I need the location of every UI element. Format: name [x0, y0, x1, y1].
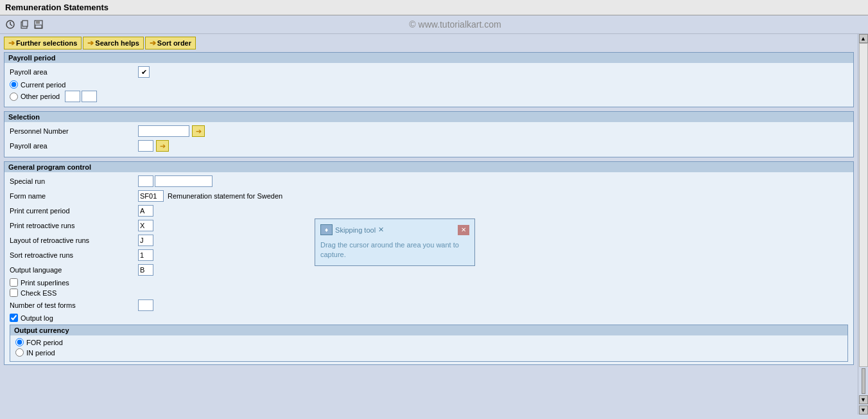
number-test-forms-row: Number of test forms: [10, 299, 848, 312]
personnel-number-label: Personnel Number: [10, 127, 138, 135]
selection-payroll-area-row: Payroll area ➔: [10, 139, 848, 152]
save-icon[interactable]: [32, 18, 45, 31]
tab-further-selections[interactable]: ➔ Further selections: [4, 37, 82, 49]
tab-sort-order-label: Sort order: [157, 39, 191, 47]
output-language-label: Output language: [10, 266, 138, 274]
personnel-number-row: Personnel Number ➔: [10, 125, 848, 138]
svg-rect-7: [35, 25, 42, 28]
form-name-description: Remuneration statement for Sweden: [168, 192, 282, 200]
sort-retroactive-runs-input[interactable]: [138, 249, 153, 261]
other-period-row: Other period: [10, 91, 848, 102]
other-period-input-2[interactable]: [82, 91, 97, 102]
tab-arrow-3: ➔: [150, 39, 156, 48]
popup-step-button[interactable]: ♦: [320, 224, 333, 235]
toolbar: © www.tutorialkart.com: [0, 15, 868, 34]
personnel-number-input[interactable]: [138, 125, 189, 137]
print-current-period-input[interactable]: [138, 205, 153, 217]
layout-retroactive-runs-input[interactable]: [138, 235, 153, 246]
check-ess-checkbox[interactable]: [10, 289, 18, 297]
scroll-up-arrow[interactable]: ▲: [859, 34, 868, 43]
sort-retroactive-runs-label: Sort retroactive runs: [10, 251, 138, 259]
selection-body: Personnel Number ➔ Payroll area ➔: [4, 122, 853, 157]
title-bar: Remuneration Statements: [0, 0, 868, 15]
special-run-row: Special run: [10, 175, 848, 188]
tab-arrow-2: ➔: [87, 39, 94, 48]
tab-bar: ➔ Further selections ➔ Search helps ➔ So…: [4, 37, 854, 49]
svg-line-2: [10, 24, 12, 26]
scroll-down-arrow[interactable]: ▼: [859, 395, 868, 404]
special-run-input-2[interactable]: [155, 175, 213, 187]
output-currency-header: Output currency: [10, 325, 847, 335]
output-currency-body: FOR period IN period: [10, 335, 847, 361]
layout-retroactive-runs-label: Layout of retroactive runs: [10, 236, 138, 244]
payroll-period-body: Payroll area ✔ Current period Other peri…: [4, 63, 853, 107]
for-period-radio[interactable]: [15, 338, 24, 346]
selection-payroll-area-input[interactable]: [138, 140, 153, 152]
other-period-label: Other period: [21, 93, 60, 100]
tab-arrow-1: ➔: [8, 39, 15, 48]
current-period-row: Current period: [10, 80, 848, 89]
svg-rect-4: [22, 21, 28, 26]
number-test-forms-input[interactable]: [138, 299, 153, 311]
other-period-input-1[interactable]: [65, 91, 80, 102]
in-period-label: IN period: [26, 349, 55, 357]
current-period-radio[interactable]: [10, 80, 18, 89]
print-superlines-row: Print superlines: [10, 278, 848, 287]
watermark: © www.tutorialkart.com: [46, 19, 864, 30]
in-period-row: IN period: [15, 348, 842, 357]
special-run-label: Special run: [10, 177, 138, 185]
print-superlines-checkbox[interactable]: [10, 278, 18, 287]
scrollbar-track[interactable]: [859, 43, 868, 367]
scrollbar-resize-handle[interactable]: [862, 368, 865, 394]
output-language-input[interactable]: [138, 264, 153, 276]
output-log-row: Output log: [10, 314, 848, 322]
output-log-checkbox[interactable]: [10, 314, 18, 322]
scrollbar-right: ▲ ▼ ▼: [858, 34, 868, 415]
scroll-down-arrow-2[interactable]: ▼: [859, 406, 868, 415]
personnel-number-arrow-btn[interactable]: ➔: [192, 125, 205, 137]
payroll-period-header: Payroll period: [4, 53, 853, 63]
clock-icon[interactable]: [4, 18, 17, 31]
popup-step-icon: ✕: [378, 226, 384, 234]
selection-payroll-area-label: Payroll area: [10, 142, 138, 150]
popup-header: ♦ Skipping tool ✕ ✕: [320, 224, 469, 235]
payroll-period-section: Payroll period Payroll area ✔ Current pe…: [4, 52, 854, 107]
tab-sort-order[interactable]: ➔ Sort order: [145, 37, 196, 49]
in-period-radio[interactable]: [15, 348, 24, 357]
check-ess-label: Check ESS: [21, 289, 56, 297]
payroll-area-checkbox[interactable]: ✔: [138, 66, 150, 78]
general-program-control-header: General program control: [4, 162, 853, 172]
copy-icon[interactable]: [18, 18, 31, 31]
payroll-area-check-value: ✔: [141, 68, 147, 76]
general-program-control-body: Special run Form name Remuneration state…: [4, 172, 853, 364]
tab-further-selections-label: Further selections: [16, 39, 77, 47]
print-current-period-label: Print current period: [10, 207, 138, 215]
selection-payroll-area-arrow-btn[interactable]: ➔: [156, 140, 169, 152]
current-period-label: Current period: [21, 81, 65, 89]
popup-close-button[interactable]: ✕: [458, 225, 469, 235]
form-name-input[interactable]: [138, 190, 164, 202]
for-period-row: FOR period: [15, 338, 842, 346]
print-retroactive-runs-label: Print retroactive runs: [10, 222, 138, 229]
selection-header: Selection: [4, 112, 853, 122]
svg-rect-6: [36, 21, 40, 24]
print-retroactive-runs-input[interactable]: [138, 220, 153, 231]
tab-search-helps[interactable]: ➔ Search helps: [83, 37, 143, 49]
output-log-label: Output log: [21, 314, 53, 322]
print-superlines-label: Print superlines: [21, 279, 69, 287]
for-period-label: FOR period: [26, 339, 63, 346]
print-current-period-row: Print current period: [10, 204, 848, 217]
page-title: Remuneration Statements: [5, 3, 108, 12]
special-run-inputs: [138, 175, 213, 187]
form-name-row: Form name Remuneration statement for Swe…: [10, 190, 848, 202]
tab-search-helps-label: Search helps: [95, 39, 139, 47]
popup-title: Skipping tool: [335, 226, 376, 234]
number-test-forms-label: Number of test forms: [10, 301, 138, 309]
form-name-label: Form name: [10, 192, 138, 200]
check-ess-row: Check ESS: [10, 289, 848, 297]
special-run-input-1[interactable]: [138, 175, 153, 187]
popup-overlay: ♦ Skipping tool ✕ ✕ Drag the cursor arou…: [315, 218, 475, 266]
other-period-radio[interactable]: [10, 93, 18, 101]
payroll-area-row: Payroll area ✔: [10, 66, 848, 78]
output-currency-section: Output currency FOR period IN period: [10, 325, 848, 362]
